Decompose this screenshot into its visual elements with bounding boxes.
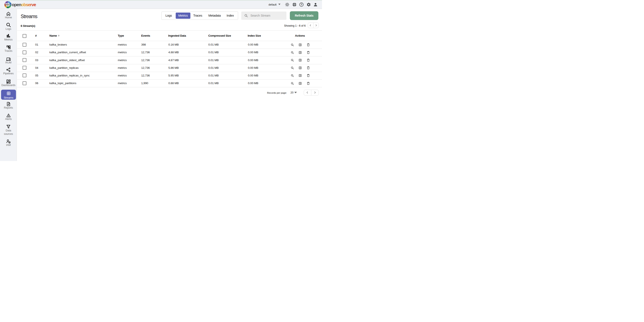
- svg-text:?: ?: [300, 3, 302, 6]
